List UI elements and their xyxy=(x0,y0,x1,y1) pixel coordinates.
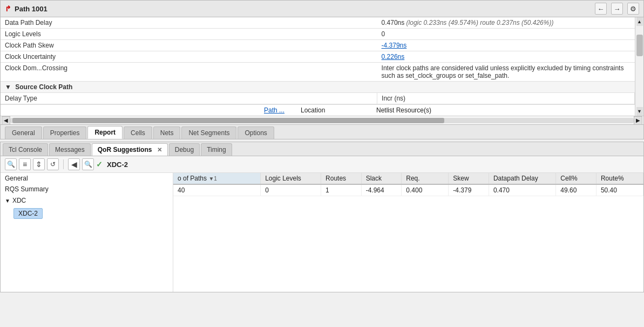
scroll-down-button[interactable]: ▼ xyxy=(636,107,643,116)
prop-value: 0 xyxy=(377,29,635,40)
bottom-panel: Tcl Console Messages QoR Suggestions ✕ D… xyxy=(0,142,644,292)
col-header-logic-levels[interactable]: Logic Levels xyxy=(261,173,321,184)
scroll-right-button[interactable]: ▶ xyxy=(634,116,642,125)
scroll-left-button[interactable]: ◀ xyxy=(2,116,10,125)
section-header-cell: ▼ Source Clock Path xyxy=(1,82,635,93)
col-header-paths[interactable]: o of Paths ▼1 xyxy=(173,173,261,184)
panel-title: Path 1001 xyxy=(15,5,48,13)
cell-slack: -4.964 xyxy=(361,184,402,196)
panel-header: ↱ Path 1001 ← → ⚙ xyxy=(1,1,643,17)
col-header-routes[interactable]: Routes xyxy=(321,173,362,184)
qor-right-table-area: o of Paths ▼1 Logic Levels Routes Slack … xyxy=(173,173,643,292)
properties-table: Data Path Delay 0.470ns (logic 0.233ns (… xyxy=(1,17,635,104)
col-header-route-pct[interactable]: Route% xyxy=(596,173,643,184)
collapse-arrow-icon: ▼ xyxy=(5,198,10,204)
clock-uncertainty-link[interactable]: 0.226ns xyxy=(382,53,405,61)
table-row: Logic Levels 0 xyxy=(1,29,635,40)
tab-nets[interactable]: Nets xyxy=(153,126,181,139)
filter-button[interactable]: ≡ xyxy=(19,158,31,170)
col-incr xyxy=(221,106,264,114)
bottom-tab-strip: Tcl Console Messages QoR Suggestions ✕ D… xyxy=(1,142,643,156)
prop-label: Logic Levels xyxy=(1,29,377,40)
section-header-row: ▼ Source Clock Path xyxy=(1,82,635,93)
tree-back-button[interactable]: ◀ xyxy=(68,158,80,170)
xdc-label: XDC-2 xyxy=(107,161,128,169)
xdc2-badge: XDC-2 xyxy=(13,208,43,219)
cell-req: 0.400 xyxy=(402,184,449,196)
tree-xdc-label: XDC xyxy=(12,197,26,204)
prop-label: Clock Path Skew xyxy=(1,40,377,51)
extra-col-headers: Path ... Location Netlist Resource(s) xyxy=(1,104,635,116)
tree-item-xdc-parent[interactable]: ▼ XDC xyxy=(1,195,173,206)
vertical-scrollbar[interactable]: ▲ ▼ xyxy=(635,17,643,116)
col-header-cell-pct[interactable]: Cell% xyxy=(556,173,596,184)
cell-paths: 40 xyxy=(173,184,261,196)
qor-data-table: o of Paths ▼1 Logic Levels Routes Slack … xyxy=(173,173,643,196)
tree-item-rqs-summary[interactable]: RQS Summary xyxy=(1,184,173,195)
prop-value: 0.470ns (logic 0.233ns (49.574%) route 0… xyxy=(377,17,635,29)
sort-icon: ▼1 xyxy=(208,176,216,182)
tab-strip: General Properties Report Cells Nets Net… xyxy=(1,124,643,139)
col-delay-type xyxy=(5,106,221,114)
table-header-row: o of Paths ▼1 Logic Levels Routes Slack … xyxy=(173,173,643,184)
nav-back-button[interactable]: ← xyxy=(595,3,607,15)
tree-item-xdc2[interactable]: XDC-2 xyxy=(1,206,173,221)
horizontal-scrollbar[interactable] xyxy=(10,118,634,123)
tab-report[interactable]: Report xyxy=(87,126,123,139)
tab-options[interactable]: Options xyxy=(238,126,274,139)
qor-content-area: General RQS Summary ▼ XDC XDC-2 o of Pat… xyxy=(1,173,643,292)
refresh-button[interactable]: ↺ xyxy=(47,158,59,170)
nav-forward-button[interactable]: → xyxy=(611,3,623,15)
settings-button[interactable]: ⚙ xyxy=(627,3,639,15)
col-header-req[interactable]: Req. xyxy=(402,173,449,184)
tab-general[interactable]: General xyxy=(5,126,42,139)
scrollbar-thumb[interactable] xyxy=(636,35,643,56)
tree-item-general[interactable]: General xyxy=(1,173,173,184)
col-header-incr: Incr (ns) xyxy=(377,93,635,104)
tab-debug[interactable]: Debug xyxy=(169,143,200,156)
table-row: Clock Uncertainty 0.226ns xyxy=(1,51,635,63)
col-netlist: Netlist Resource(s) xyxy=(376,106,431,114)
collapse-button[interactable]: ▼ xyxy=(5,83,11,91)
tree-search-button[interactable]: 🔍 xyxy=(82,158,94,170)
col-location: Location xyxy=(301,106,376,114)
table-row: Clock Dom...Crossing Inter clock paths a… xyxy=(1,63,635,82)
section-header-label: Source Clock Path xyxy=(15,83,72,91)
tab-close-icon[interactable]: ✕ xyxy=(157,146,162,153)
panel-title-area: ↱ Path 1001 xyxy=(5,4,48,13)
tab-timing[interactable]: Timing xyxy=(201,143,232,156)
tab-tcl-console[interactable]: Tcl Console xyxy=(3,143,48,156)
prop-label: Clock Dom...Crossing xyxy=(1,63,377,82)
qor-left-tree: General RQS Summary ▼ XDC XDC-2 xyxy=(1,173,173,292)
column-headers-row: Delay Type Incr (ns) xyxy=(1,93,635,104)
tab-properties[interactable]: Properties xyxy=(43,126,87,139)
col-header-slack[interactable]: Slack xyxy=(361,173,402,184)
clock-skew-link[interactable]: -4.379ns xyxy=(382,42,407,49)
qor-toolbar: 🔍 ≡ ⇕ ↺ ◀ 🔍 ✓ XDC-2 xyxy=(1,156,643,173)
check-icon: ✓ xyxy=(96,160,103,169)
col-header-delay-type: Delay Type xyxy=(1,93,377,104)
tab-cells[interactable]: Cells xyxy=(124,126,152,139)
cell-cell-pct: 49.60 xyxy=(556,184,596,196)
cell-route-pct: 50.40 xyxy=(596,184,643,196)
search-button[interactable]: 🔍 xyxy=(5,158,17,170)
scroll-up-button[interactable]: ▲ xyxy=(636,17,643,26)
tab-messages[interactable]: Messages xyxy=(49,143,91,156)
table-row: Data Path Delay 0.470ns (logic 0.233ns (… xyxy=(1,17,635,29)
col-header-skew[interactable]: Skew xyxy=(449,173,489,184)
horizontal-scrollbar-area: ◀ ▶ xyxy=(1,116,643,124)
prop-value: 0.226ns xyxy=(377,51,635,63)
prop-value: Inter clock paths are considered valid u… xyxy=(377,63,635,82)
table-row[interactable]: 40 0 1 -4.964 0.400 -4.379 0.470 49.60 5… xyxy=(173,184,643,196)
toolbar-divider xyxy=(63,159,64,169)
tree-item-label: General xyxy=(5,175,28,182)
sort-button[interactable]: ⇕ xyxy=(33,158,45,170)
tab-net-segments[interactable]: Net Segments xyxy=(181,126,236,139)
cell-datapath-delay: 0.470 xyxy=(489,184,555,196)
col-header-datapath-delay[interactable]: Datapath Delay xyxy=(489,173,555,184)
properties-area: Data Path Delay 0.470ns (logic 0.233ns (… xyxy=(1,17,643,116)
panel-nav-buttons: ← → ⚙ xyxy=(595,3,639,15)
tab-qor-suggestions[interactable]: QoR Suggestions ✕ xyxy=(92,143,168,156)
scrollbar-thumb[interactable] xyxy=(12,118,444,123)
col-path-link[interactable]: Path ... xyxy=(264,106,296,114)
